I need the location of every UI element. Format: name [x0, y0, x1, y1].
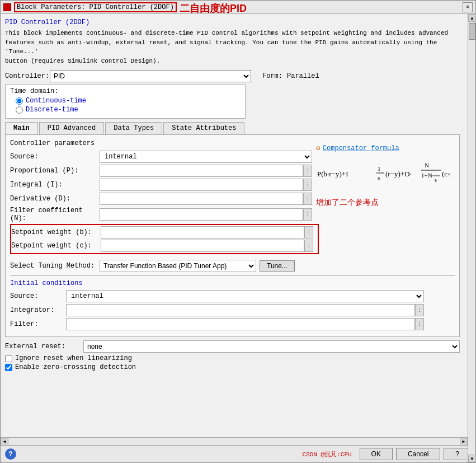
svg-text:1+N: 1+N [421, 172, 432, 179]
window-icon [3, 3, 11, 11]
setpoint-c-btn[interactable]: ⋮ [304, 240, 313, 252]
svg-text:s: s [378, 174, 380, 181]
controller-label: Controller: [5, 72, 50, 80]
zero-crossing-row[interactable]: Enable zero-crossing detection [5, 363, 460, 371]
initial-conditions-section: Initial conditions Source: internal Inte… [10, 275, 455, 330]
controller-row: Controller: PID Form: Parallel [5, 70, 460, 82]
derivative-btn[interactable]: ⋮ [303, 193, 312, 205]
setpoint-c-input[interactable]: 1 [101, 240, 304, 252]
scroll-up-arrow[interactable]: ▲ [468, 14, 476, 22]
integrator-input-container: 0 ⋮ [66, 304, 424, 316]
tuning-row: Select Tuning Method: Transfer Function … [10, 260, 455, 272]
chinese-annotation: 二自由度的PID [180, 2, 247, 15]
bottom-right: CSDN @侃芃:CPU OK Cancel ? [303, 448, 471, 460]
ic-source-row: Source: internal [10, 290, 455, 302]
setpoint-c-input-container: 1 ⋮ [101, 240, 313, 252]
svg-text:1: 1 [378, 165, 381, 172]
title-bar: Block Parameters: PID Controller (2DOF) … [1, 1, 475, 14]
help-text-button[interactable]: ? [444, 448, 471, 460]
block-description: This block implements continuous- and di… [5, 29, 460, 66]
setpoint-b-label: Setpoint weight (b): [11, 228, 101, 236]
integral-input[interactable]: 1 [100, 179, 303, 191]
discrete-time-option[interactable]: Discrete-time [16, 106, 241, 114]
compensator-minus: ⊖ [316, 144, 321, 153]
setpoint-b-input-container: 1 ⋮ [101, 226, 313, 238]
integrator-label: Integrator: [10, 306, 66, 314]
compensator-area: ⊖ Compensator formula P(b·r−y)+I 1 s (r−… [316, 144, 450, 208]
time-domain-options: Continuous-time Discrete-time [16, 97, 241, 114]
time-domain-label: Time domain: [10, 87, 241, 95]
continuous-time-radio[interactable] [16, 97, 23, 105]
setpoint-highlight-box: Setpoint weight (b): 1 ⋮ Setpoint weight… [10, 224, 319, 254]
ic-source-select[interactable]: internal [66, 290, 424, 302]
integral-btn[interactable]: ⋮ [303, 179, 312, 191]
horizontal-scrollbar[interactable]: ◀ ▶ [1, 437, 468, 445]
scroll-right-arrow[interactable]: ▶ [460, 438, 468, 446]
ic-source-label: Source: [10, 292, 66, 300]
tune-button[interactable]: Tune... [260, 260, 295, 272]
integrator-btn[interactable]: ⋮ [415, 304, 424, 316]
filter-btn[interactable]: ⋮ [303, 208, 312, 221]
close-button[interactable]: × [463, 2, 473, 12]
ic-filter-btn[interactable]: ⋮ [415, 318, 424, 330]
setpoint-b-btn[interactable]: ⋮ [304, 226, 313, 238]
filter-row: Filter coefficient (N): 100 ⋮ [10, 207, 455, 222]
help-button[interactable]: ? [5, 448, 16, 460]
continuous-time-option[interactable]: Continuous-time [16, 97, 241, 105]
discrete-time-radio[interactable] [16, 106, 23, 114]
proportional-input[interactable]: 1 [100, 165, 303, 177]
bottom-left: ? [5, 448, 16, 460]
ignore-reset-row[interactable]: Ignore reset when linearizing [5, 354, 460, 362]
scroll-thumb[interactable] [469, 23, 475, 40]
filter-input[interactable]: 100 [100, 208, 303, 221]
scroll-left-arrow[interactable]: ◀ [1, 438, 8, 446]
source-select[interactable]: internal [100, 151, 312, 163]
window-title: Block Parameters: PID Controller (2DOF) [14, 2, 177, 12]
integral-input-container: 1 ⋮ [100, 179, 312, 191]
proportional-btn[interactable]: ⋮ [303, 165, 312, 177]
filter-label: Filter coefficient (N): [10, 207, 100, 222]
discrete-time-label: Discrete-time [26, 106, 78, 114]
vertical-scrollbar[interactable]: ▲ ▼ [468, 14, 475, 462]
ic-filter-row: Filter: 0 ⋮ [10, 318, 455, 330]
ignore-reset-checkbox[interactable] [5, 355, 12, 362]
proportional-input-container: 1 ⋮ [100, 165, 312, 177]
controller-select[interactable]: PID [50, 70, 251, 82]
ic-filter-input[interactable]: 0 [66, 318, 415, 330]
derivative-input[interactable]: 0 [100, 193, 303, 205]
integrator-input[interactable]: 0 [66, 304, 415, 316]
tab-main[interactable]: Main [5, 122, 38, 134]
tab-data-types[interactable]: Data Types [105, 122, 162, 134]
tuning-label: Select Tuning Method: [10, 262, 100, 270]
ignore-reset-label: Ignore reset when linearizing [15, 354, 132, 362]
derivative-input-container: 0 ⋮ [100, 193, 312, 205]
scroll-down-arrow[interactable]: ▼ [468, 455, 476, 462]
integrator-row: Integrator: 0 ⋮ [10, 304, 455, 316]
block-subtitle: PID Controller (2DOF) [5, 18, 460, 26]
svg-text:(r−y)+D·: (r−y)+D· [385, 170, 412, 178]
setpoint-b-row: Setpoint weight (b): 1 ⋮ [11, 226, 318, 238]
zero-crossing-checkbox[interactable] [5, 364, 12, 371]
tuning-select[interactable]: Transfer Function Based (PID Tuner App) [100, 260, 256, 272]
content-area: PID Controller (2DOF) This block impleme… [1, 14, 468, 437]
bottom-bar: ? CSDN @侃芃:CPU OK Cancel ? [1, 445, 475, 462]
tab-content-main: Controller parameters Source: internal P… [5, 134, 460, 337]
form-label: Form: [262, 72, 282, 80]
integral-label: Integral (I): [10, 181, 100, 189]
svg-text:s: s [435, 177, 437, 183]
tab-pid-advanced[interactable]: PID Advanced [39, 122, 104, 134]
zero-crossing-label: Enable zero-crossing detection [15, 363, 136, 371]
watermark-text: CSDN @侃芃:CPU [303, 450, 352, 459]
ok-button[interactable]: OK [360, 448, 393, 460]
ic-filter-input-container: 0 ⋮ [66, 318, 424, 330]
tab-state-attributes[interactable]: State Attributes [163, 122, 244, 134]
form-value: Parallel [287, 72, 319, 80]
svg-text:N: N [425, 162, 429, 169]
svg-text:P(b·r−y)+I: P(b·r−y)+I [317, 170, 348, 178]
main-window: Block Parameters: PID Controller (2DOF) … [0, 0, 476, 463]
cancel-button[interactable]: Cancel [396, 448, 440, 460]
time-domain-box: Time domain: Continuous-time Discrete-ti… [5, 85, 246, 119]
setpoint-b-input[interactable]: 1 [101, 226, 304, 238]
external-reset-select[interactable]: none [83, 340, 460, 353]
compensator-formula-link[interactable]: Compensator formula [323, 144, 399, 152]
